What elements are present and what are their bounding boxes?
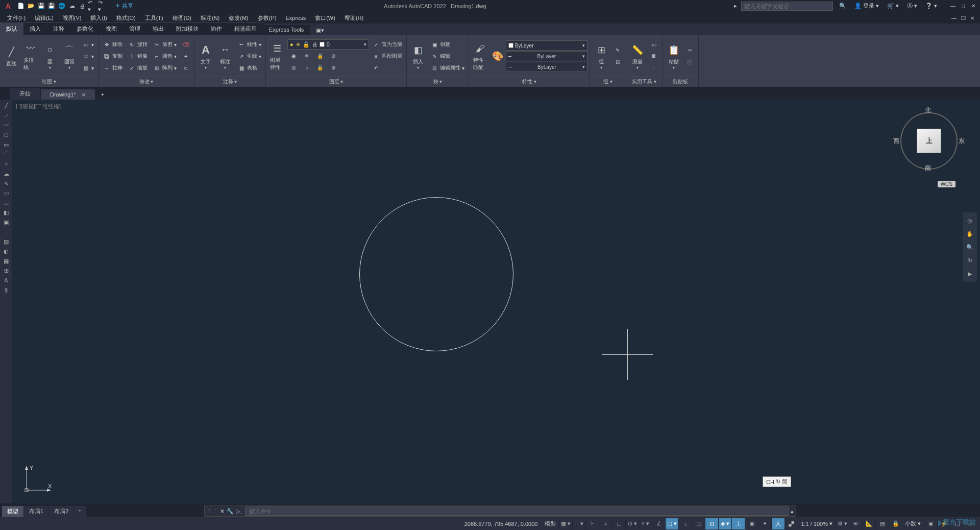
tab-layout1[interactable]: 布局1 [24, 506, 49, 517]
offset-button[interactable]: ⊂ [180, 62, 192, 74]
layer-iso-button[interactable]: ⊘ [327, 50, 339, 61]
palette-hatch-icon[interactable]: ▨ [1, 237, 12, 246]
save-web-icon[interactable]: ☁ [67, 2, 77, 11]
layer-thaw-button[interactable]: ☼ [301, 62, 313, 73]
status-model-button[interactable]: 模型 [542, 520, 559, 527]
save-icon[interactable]: 💾 [37, 2, 46, 11]
circle-button[interactable]: ○ 圆 ▾ [41, 38, 59, 74]
selection-filter-icon[interactable]: ▣ [745, 518, 758, 529]
filetab-close-button[interactable]: ✕ [82, 92, 86, 98]
rectangle-button[interactable]: ▭▾ [80, 39, 96, 50]
command-handle-icon[interactable]: ⋮⋮ [207, 508, 218, 515]
insert-block-button[interactable]: ◧ 插入 ▾ [409, 38, 427, 74]
palette-polygon-icon[interactable]: ⬠ [1, 130, 12, 139]
palette-block-icon[interactable]: ▣ [1, 218, 12, 227]
hatch-button[interactable]: ▨▾ [80, 62, 96, 74]
palette-insert-icon[interactable]: ◧ [1, 208, 12, 217]
grid-toggle-icon[interactable]: ▦ ▾ [559, 518, 572, 529]
menu-dimension[interactable]: 标注(N) [197, 13, 224, 23]
fillet-button[interactable]: ⌐圆角 ▾ [151, 51, 179, 62]
viewcube-east[interactable]: 东 [959, 137, 965, 146]
tab-insert[interactable]: 插入 [23, 22, 47, 35]
select-button[interactable]: ▭ [648, 39, 660, 50]
menu-help[interactable]: 帮助(H) [340, 13, 368, 23]
gizmo-icon[interactable]: ✦ [758, 518, 771, 529]
units-icon[interactable]: 📐 [862, 518, 875, 529]
isodraft-icon[interactable]: ▿ ▾ [639, 518, 652, 529]
command-input[interactable] [245, 507, 789, 516]
calculator-button[interactable]: 🖩 [648, 51, 660, 62]
saveas-icon[interactable]: 💾 [47, 2, 56, 11]
palette-xline-icon[interactable]: ⟋ [1, 111, 12, 120]
stretch-button[interactable]: ↔拉伸 [101, 62, 125, 74]
steering-wheel-icon[interactable]: ◎ [964, 214, 976, 227]
menu-view[interactable]: 视图(V) [59, 13, 86, 23]
panel-block-title[interactable]: 块 ▾ [409, 77, 467, 86]
command-close-icon[interactable]: ✕ [220, 508, 225, 515]
menu-file[interactable]: 文件(F) [3, 13, 30, 23]
tab-collaborate[interactable]: 协作 [205, 22, 228, 35]
palette-arc-icon[interactable]: ⌒ [1, 150, 12, 159]
plot-icon[interactable]: 🖨 [78, 2, 87, 11]
menu-parametric[interactable]: 参数(P) [254, 13, 281, 23]
palette-circle-icon[interactable]: ○ [1, 159, 12, 168]
doc-close-button[interactable]: ✕ [968, 14, 977, 22]
orbit-icon[interactable]: ↻ [964, 254, 976, 267]
palette-revcloud-icon[interactable]: ☁ [1, 169, 12, 178]
login-button[interactable]: 👤 登录 ▾ [852, 1, 881, 11]
drawing-canvas[interactable]: [-][俯视][二维线框] Y X 北 南 东 西 上 WCS ◎ [12, 100, 980, 503]
copy-button[interactable]: ⿻复制 [101, 51, 125, 62]
palette-point-icon[interactable]: · [1, 227, 12, 236]
tab-add-layout[interactable]: + [74, 506, 85, 517]
palette-polyline-icon[interactable]: 〰 [1, 121, 12, 130]
autodesk-app-button[interactable]: Ⓐ ▾ [905, 1, 919, 11]
lock-ui-icon[interactable]: 🔒 [889, 518, 902, 529]
linear-button[interactable]: ⊢线性 ▾ [235, 39, 263, 50]
color-dropdown[interactable]: ByLayer [506, 40, 587, 51]
group-button[interactable]: ⊞ 组 ▾ [592, 38, 610, 74]
annotation-visibility-icon[interactable]: 人 [771, 518, 785, 529]
polyline-button[interactable]: 〰 多段线 [21, 38, 40, 74]
layer-uniso-button[interactable]: ⊗ [327, 62, 339, 73]
viewcube-south[interactable]: 南 [925, 164, 931, 173]
leader-button[interactable]: ↗引线 ▾ [235, 51, 263, 62]
mirror-button[interactable]: ⦚镜像 [126, 51, 150, 62]
tab-model[interactable]: 模型 [2, 506, 24, 517]
minimize-button[interactable]: — [948, 2, 958, 10]
edit-block-button[interactable]: ✎编辑 [428, 51, 467, 62]
search-input[interactable] [741, 2, 833, 11]
edit-attr-button[interactable]: ⊟编辑属性 ▾ [428, 62, 467, 74]
ungroup-button[interactable]: ⊟ [611, 57, 624, 68]
match-layer-button[interactable]: ≡匹配图层 [370, 51, 404, 62]
new-icon[interactable]: 📄 [16, 2, 26, 11]
layer-unlock-button[interactable]: 🔓 [314, 62, 326, 73]
search-caret-icon[interactable]: ▸ [734, 3, 737, 9]
explode-button[interactable]: ✦ [180, 51, 192, 62]
infer-constraints-icon[interactable]: ⊦ [585, 518, 599, 529]
line-button[interactable]: ╱ 直线 [2, 38, 20, 74]
selection-cycling-icon[interactable]: ⊡ [705, 518, 718, 529]
make-current-button[interactable]: ✓置为当前 [370, 39, 404, 50]
filetab-add-button[interactable]: + [96, 89, 109, 100]
otrack-icon[interactable]: ∠ [652, 518, 665, 529]
doc-minimize-button[interactable]: — [949, 14, 959, 22]
share-button[interactable]: ✈ 共享 [112, 1, 136, 11]
open-icon[interactable]: 📂 [27, 2, 36, 11]
undo-icon[interactable]: ↶ ▾ [88, 2, 97, 11]
tab-express-tools[interactable]: Express Tools [263, 24, 310, 35]
erase-button[interactable]: ⌫ [180, 39, 192, 50]
viewcube-west[interactable]: 西 [893, 137, 899, 146]
layer-properties-button[interactable]: ☰ 图层特性 [268, 38, 286, 74]
panel-utilities-title[interactable]: 实用工具 ▾ [628, 77, 660, 86]
menu-express[interactable]: Express [281, 13, 310, 22]
panel-draw-title[interactable]: 绘图 ▾ [2, 77, 96, 86]
point-button[interactable]: · [648, 62, 660, 74]
group-edit-button[interactable]: ✎ [611, 45, 624, 56]
snap-toggle-icon[interactable]: ∷ ▾ [572, 518, 585, 529]
isolate-objects-icon[interactable]: ◉ [924, 518, 937, 529]
units-display[interactable]: 小数 ▾ [902, 520, 924, 527]
open-web-icon[interactable]: 🌐 [57, 2, 66, 11]
layer-prev-button[interactable]: ↶ [370, 62, 404, 74]
command-config-icon[interactable]: 🔧 [227, 508, 234, 515]
circle-entity[interactable] [359, 197, 513, 351]
